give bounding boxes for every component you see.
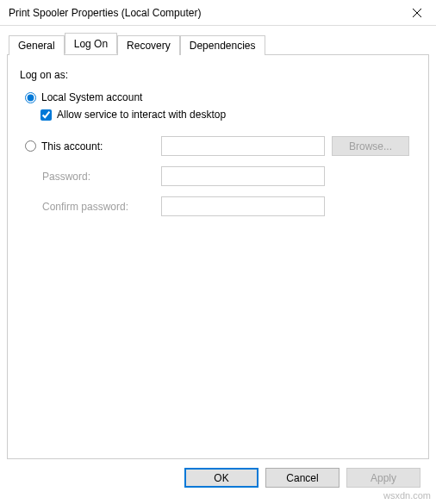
interact-label: Allow service to interact with desktop xyxy=(57,109,226,121)
this-account-cell: This account: xyxy=(25,140,154,152)
interact-row: Allow service to interact with desktop xyxy=(40,109,416,121)
local-system-row: Local System account xyxy=(25,91,416,103)
window-title: Print Spooler Properties (Local Computer… xyxy=(9,7,201,19)
tab-logon[interactable]: Log On xyxy=(65,33,117,54)
close-icon xyxy=(413,9,421,17)
confirm-password-label: Confirm password: xyxy=(25,201,154,213)
close-button[interactable] xyxy=(397,0,436,26)
local-system-label: Local System account xyxy=(41,91,142,103)
password-label: Password: xyxy=(25,171,154,183)
this-account-label: This account: xyxy=(41,140,103,152)
this-account-radio[interactable] xyxy=(25,140,36,152)
tab-strip: General Log On Recovery Dependencies xyxy=(9,33,429,54)
confirm-password-input xyxy=(161,196,325,216)
apply-button: Apply xyxy=(346,468,420,488)
dialog-body: General Log On Recovery Dependencies Log… xyxy=(0,26,436,495)
account-grid: This account: Browse... Password: Confir… xyxy=(25,136,416,216)
bottom-bar: OK Cancel Apply xyxy=(7,459,429,488)
tab-panel-logon: Log on as: Local System account Allow se… xyxy=(7,54,429,459)
browse-button: Browse... xyxy=(332,136,409,156)
cancel-button[interactable]: Cancel xyxy=(265,468,339,488)
tab-general[interactable]: General xyxy=(9,35,65,55)
interact-checkbox[interactable] xyxy=(40,109,52,121)
account-input[interactable] xyxy=(161,136,325,156)
password-input xyxy=(161,166,325,186)
section-title: Log on as: xyxy=(20,69,416,81)
local-system-radio[interactable] xyxy=(25,92,36,103)
watermark: wsxdn.com xyxy=(383,490,431,501)
tab-recovery[interactable]: Recovery xyxy=(117,35,180,55)
tab-dependencies[interactable]: Dependencies xyxy=(180,35,265,55)
ok-button[interactable]: OK xyxy=(184,468,258,488)
titlebar: Print Spooler Properties (Local Computer… xyxy=(0,0,436,26)
